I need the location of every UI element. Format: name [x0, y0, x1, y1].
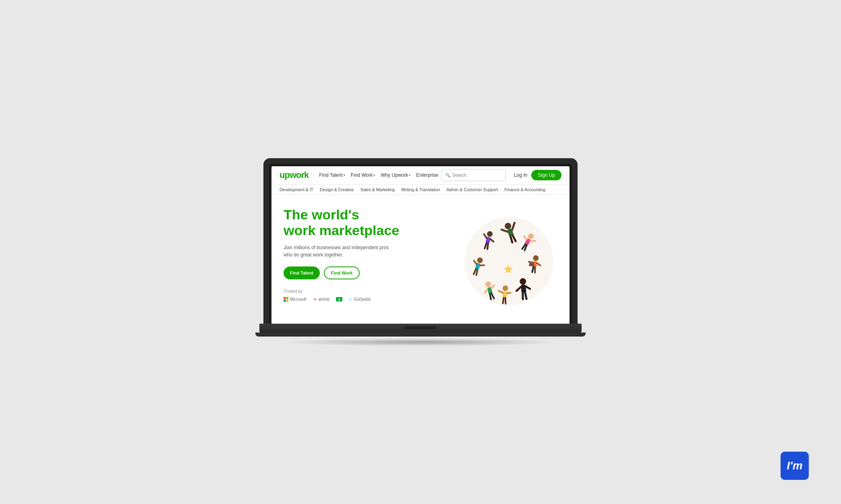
- chevron-down-icon: ▾: [409, 174, 410, 177]
- svg-line-46: [490, 239, 494, 242]
- chevron-down-icon: ▾: [344, 174, 345, 177]
- svg-line-34: [491, 285, 495, 288]
- microsoft-logo: Microsoft: [284, 297, 307, 302]
- svg-line-35: [489, 293, 491, 299]
- svg-line-22: [526, 286, 530, 289]
- svg-line-28: [507, 292, 511, 293]
- svg-marker-49: [504, 264, 513, 273]
- svg-line-17: [532, 267, 533, 272]
- svg-line-39: [473, 260, 477, 264]
- hero-subtitle: Join millions of businesses and independ…: [284, 244, 396, 258]
- svg-line-29: [503, 297, 503, 303]
- svg-line-47: [485, 243, 487, 248]
- signup-button[interactable]: Sign Up: [531, 170, 561, 180]
- svg-line-18: [534, 267, 536, 273]
- find-talent-button[interactable]: Find Talent: [284, 266, 320, 279]
- svg-line-5: [513, 235, 516, 242]
- svg-point-12: [532, 255, 539, 261]
- subnav-design[interactable]: Design & Creative: [320, 187, 354, 192]
- svg-line-15: [529, 262, 533, 262]
- illustration-circle: [465, 217, 553, 306]
- subnav-admin[interactable]: Admin & Customer Support: [447, 187, 498, 192]
- people-illustration: [465, 217, 553, 306]
- search-input[interactable]: [452, 173, 502, 178]
- search-icon: 🔍: [445, 173, 451, 178]
- airbnb-logo: ✦ airbnb: [313, 297, 330, 302]
- laptop-foot: [255, 333, 586, 337]
- subnav-finance[interactable]: Finance & Accounting: [504, 187, 545, 192]
- godaddy-logo: ⊙ GoDaddy: [349, 297, 371, 302]
- hero-content: The world's work marketplace Join millio…: [284, 207, 461, 316]
- hero-title: The world's work marketplace: [284, 207, 453, 238]
- nav-links: Find Talent ▾ Find Work ▾ Why Upwork ▾: [317, 171, 441, 180]
- svg-line-21: [516, 287, 522, 291]
- laptop-lid: upwork Find Talent ▾ Find Work ▾ Why Upw…: [263, 158, 578, 324]
- svg-line-45: [483, 234, 487, 238]
- svg-line-33: [484, 289, 488, 293]
- svg-point-25: [502, 285, 508, 291]
- trusted-logos: Microsoft ✦ airbnb ▲ ⊙ GoDaddy: [284, 297, 453, 302]
- nav-find-talent[interactable]: Find Talent ▾: [317, 171, 347, 180]
- laptop-base: [259, 324, 582, 333]
- svg-line-40: [480, 264, 484, 266]
- svg-line-30: [505, 298, 506, 304]
- trusted-by-label: Trusted by: [284, 289, 453, 293]
- svg-point-31: [485, 281, 491, 287]
- upwork-logo[interactable]: upwork: [280, 170, 309, 180]
- hero-section: The world's work marketplace Join millio…: [271, 195, 570, 324]
- hero-buttons: Find Talent Find Work: [284, 266, 453, 279]
- svg-line-36: [491, 293, 494, 299]
- nav-enterprise[interactable]: Enterprise: [414, 171, 441, 180]
- svg-line-27: [499, 291, 503, 293]
- sub-nav: Development & IT Design & Creative Sales…: [271, 185, 570, 195]
- microsoft-icon: [284, 297, 288, 302]
- scene: upwork Find Talent ▾ Find Work ▾ Why Upw…: [263, 158, 578, 346]
- login-button[interactable]: Log In: [510, 171, 531, 180]
- nav-find-work[interactable]: Find Work ▾: [348, 171, 377, 180]
- svg-line-16: [537, 263, 541, 265]
- screen-bezel: upwork Find Talent ▾ Find Work ▾ Why Upw…: [269, 164, 572, 324]
- svg-line-41: [474, 269, 476, 274]
- find-work-button[interactable]: Find Work: [324, 266, 360, 279]
- subnav-dev-it[interactable]: Development & IT: [280, 187, 313, 192]
- svg-point-37: [476, 256, 484, 264]
- chevron-down-icon: ▾: [373, 174, 375, 177]
- svg-line-9: [530, 239, 535, 244]
- search-bar[interactable]: 🔍: [441, 169, 506, 181]
- svg-line-8: [523, 236, 528, 239]
- im-badge[interactable]: I'm: [781, 452, 809, 480]
- svg-line-4: [510, 236, 512, 242]
- laptop-shadow: [280, 338, 561, 346]
- screen: upwork Find Talent ▾ Find Work ▾ Why Upw…: [271, 166, 570, 324]
- glassdoor-logo: ▲: [336, 297, 342, 302]
- svg-line-23: [522, 293, 523, 299]
- svg-point-19: [520, 278, 526, 285]
- svg-point-43: [486, 230, 493, 237]
- svg-line-48: [487, 243, 489, 249]
- subnav-sales[interactable]: Sales & Marketing: [360, 187, 395, 192]
- nav-why-upwork[interactable]: Why Upwork ▾: [378, 171, 413, 180]
- navbar: upwork Find Talent ▾ Find Work ▾ Why Upw…: [271, 166, 570, 185]
- hero-illustration: [461, 207, 557, 316]
- subnav-writing[interactable]: Writing & Translation: [401, 187, 440, 192]
- svg-line-24: [525, 292, 526, 299]
